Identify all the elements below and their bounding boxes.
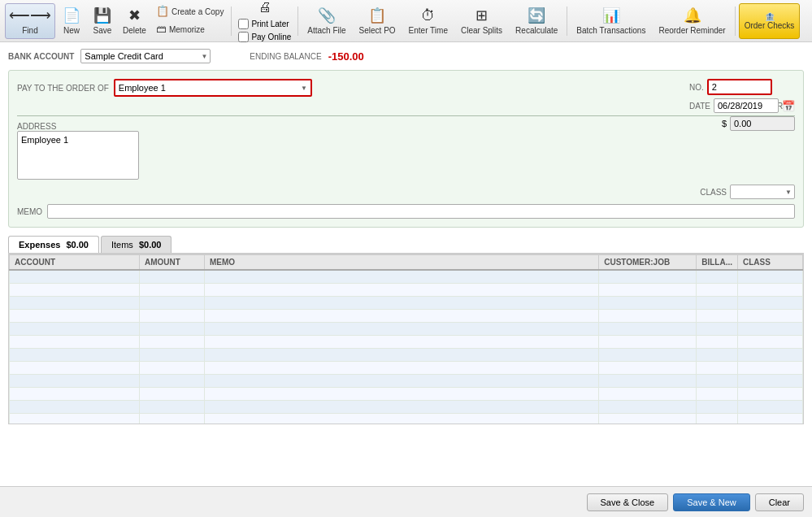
- date-label: DATE: [689, 102, 710, 111]
- batch-transactions-button[interactable]: 📊 Batch Transactions: [571, 3, 651, 39]
- memo-row: MEMO: [17, 204, 795, 219]
- separator-4: [735, 7, 736, 36]
- find-icon: ⟵⟶: [9, 7, 51, 24]
- print-button[interactable]: 🖨: [250, 0, 280, 17]
- bank-account-label: BANK ACCOUNT: [8, 52, 74, 61]
- pay-online-label[interactable]: Pay Online: [238, 32, 291, 42]
- amount-input[interactable]: [730, 116, 795, 131]
- amount-row: $: [689, 116, 795, 131]
- save-close-button[interactable]: Save & Close: [587, 493, 669, 511]
- select-po-label: Select PO: [359, 26, 396, 35]
- pay-online-checkbox[interactable]: [238, 32, 249, 42]
- ending-balance-label: ENDING BALANCE: [250, 52, 321, 61]
- table-row[interactable]: [10, 335, 803, 348]
- clear-splits-label: Clear Splits: [461, 26, 502, 35]
- recalculate-button[interactable]: 🔄 Recalculate: [510, 3, 563, 39]
- class-row: CLASS: [17, 185, 795, 199]
- table-row[interactable]: [10, 348, 803, 361]
- print-later-label[interactable]: Print Later: [238, 19, 291, 29]
- pay-to-select[interactable]: Employee 1: [115, 80, 310, 95]
- table-row[interactable]: [10, 374, 803, 387]
- table-container: ACCOUNT AMOUNT MEMO CUSTOMER:JOB BILLA..…: [8, 254, 804, 424]
- memo-label: MEMO: [17, 207, 42, 216]
- items-amount: $0.00: [139, 240, 162, 250]
- save-icon: 💾: [93, 7, 111, 24]
- create-copy-button[interactable]: 📋 Create a Copy: [152, 4, 228, 20]
- address-area: ADDRESS Employee 1: [17, 121, 139, 180]
- items-tab-label: Items: [111, 240, 133, 250]
- recalculate-icon: 🔄: [528, 7, 545, 24]
- enter-time-button[interactable]: ⏱ Enter Time: [403, 3, 454, 39]
- table-row[interactable]: [10, 387, 803, 400]
- memo-col-header: MEMO: [205, 255, 599, 271]
- no-label: NO.: [689, 83, 704, 92]
- dollar-sign: $: [722, 119, 727, 128]
- expenses-tab[interactable]: Expenses $0.00: [8, 236, 99, 253]
- separator-3: [567, 7, 567, 36]
- print-options: Print Later Pay Online: [238, 19, 291, 42]
- create-copy-icon: 📋: [156, 5, 169, 17]
- expenses-amount: $0.00: [66, 240, 89, 250]
- table-header-row: ACCOUNT AMOUNT MEMO CUSTOMER:JOB BILLA..…: [10, 255, 803, 271]
- class-select[interactable]: [730, 185, 795, 199]
- clear-splits-button[interactable]: ⊞ Clear Splits: [455, 3, 508, 39]
- bank-account-select-wrapper: Sample Credit Card: [80, 49, 211, 63]
- new-button[interactable]: 📄 New: [57, 3, 86, 39]
- no-date-container: NO. DATE 📅 $: [689, 79, 795, 133]
- pay-to-row: PAY TO THE ORDER OF Employee 1: [17, 79, 795, 97]
- save-new-button[interactable]: Save & New: [673, 493, 750, 511]
- expenses-tab-label: Expenses: [19, 240, 60, 250]
- table-row[interactable]: [10, 296, 803, 309]
- attach-file-button[interactable]: 📎 Attach File: [302, 3, 351, 39]
- amount-col-header: AMOUNT: [140, 255, 205, 271]
- delete-button[interactable]: ✖ Delete: [119, 3, 150, 39]
- billa-col-header: BILLA...: [697, 255, 738, 271]
- pay-to-select-wrapper: Employee 1: [114, 79, 312, 97]
- new-icon: 📄: [63, 7, 80, 24]
- table-row[interactable]: [10, 322, 803, 335]
- save-button[interactable]: 💾 Save: [88, 3, 117, 39]
- toolbar: ⟵⟶ Find 📄 New 💾 Save ✖ Delete 📋 Create a…: [0, 0, 812, 42]
- table-row[interactable]: [10, 400, 803, 413]
- table-row[interactable]: [10, 361, 803, 374]
- order-checks-button[interactable]: 🏦 Order Checks: [739, 3, 801, 39]
- no-group: NO.: [689, 79, 795, 95]
- table-row[interactable]: [10, 413, 803, 424]
- table-row[interactable]: [10, 283, 803, 296]
- date-input[interactable]: [714, 98, 779, 113]
- memorize-button[interactable]: 🗃 Memorize: [152, 22, 209, 38]
- tabs-section: Expenses $0.00 Items $0.00: [8, 236, 804, 254]
- calendar-icon[interactable]: 📅: [782, 100, 795, 112]
- batch-transactions-icon: 📊: [602, 7, 620, 24]
- bank-account-row: BANK ACCOUNT Sample Credit Card ENDING B…: [8, 49, 804, 63]
- date-group: DATE 📅: [689, 98, 795, 113]
- reorder-reminder-button[interactable]: 🔔 Reorder Reminder: [653, 3, 731, 39]
- address-label: ADDRESS: [17, 122, 56, 131]
- check-form: NO. DATE 📅 $ PAY TO THE ORDER OF Employe…: [8, 70, 804, 228]
- create-copy-label: Create a Copy: [172, 7, 224, 16]
- separator-1: [231, 7, 232, 36]
- account-col-header: ACCOUNT: [10, 255, 140, 271]
- memo-input[interactable]: [47, 204, 795, 219]
- print-later-checkbox[interactable]: [238, 19, 249, 29]
- select-po-button[interactable]: 📋 Select PO: [354, 3, 402, 39]
- check-number-input[interactable]: [707, 79, 772, 95]
- address-box[interactable]: Employee 1: [17, 131, 139, 180]
- order-checks-icon: 🏦: [765, 12, 775, 21]
- save-label: Save: [93, 26, 112, 35]
- separator-2: [297, 7, 298, 36]
- bank-account-select[interactable]: Sample Credit Card: [80, 49, 211, 63]
- dollars-label: DOLLARS: [17, 102, 792, 111]
- delete-icon: ✖: [128, 7, 141, 24]
- items-tab[interactable]: Items $0.00: [101, 236, 172, 253]
- class-label: CLASS: [700, 188, 727, 197]
- delete-label: Delete: [123, 26, 146, 35]
- find-button[interactable]: ⟵⟶ Find: [5, 3, 55, 39]
- table-row[interactable]: [10, 309, 803, 322]
- table-row[interactable]: [10, 270, 803, 283]
- clear-button[interactable]: Clear: [755, 493, 804, 511]
- attach-file-icon: 📎: [318, 7, 336, 24]
- reorder-reminder-icon: 🔔: [684, 7, 701, 24]
- class-select-wrapper: [730, 185, 795, 199]
- reorder-reminder-label: Reorder Reminder: [658, 26, 725, 35]
